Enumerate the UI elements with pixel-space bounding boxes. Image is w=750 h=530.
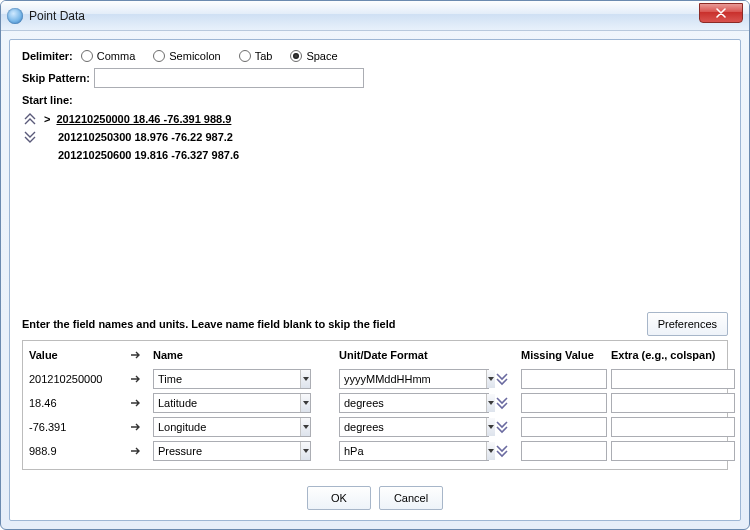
unit-input[interactable] [340,442,486,460]
name-combo[interactable] [153,369,311,389]
sample-line[interactable]: 201210250600 19.816 -76.327 987.6 [58,149,239,161]
chevron-double-up-icon [23,113,37,125]
radio-semicolon[interactable]: Semicolon [153,50,220,62]
radio-label: Comma [97,50,136,62]
name-input[interactable] [154,442,300,460]
arrow-right-icon [129,444,143,458]
unit-combo[interactable] [339,393,489,413]
instruction-row: Enter the field names and units. Leave n… [22,312,728,336]
radio-dot-icon [81,50,93,62]
value-cell: 201210250000 [29,373,125,385]
apply-down-button[interactable] [493,370,511,388]
chevron-down-icon[interactable] [300,370,310,388]
extra-input[interactable] [611,393,735,413]
dialog-button-bar: OK Cancel [22,486,728,510]
radio-comma[interactable]: Comma [81,50,136,62]
extra-input[interactable] [611,441,735,461]
instruction-text: Enter the field names and units. Leave n… [22,318,395,330]
arrow-right-icon [129,348,143,362]
skip-label: Skip Pattern: [22,72,90,84]
radio-space[interactable]: Space [290,50,337,62]
radio-dot-icon [290,50,302,62]
sample-line[interactable]: 201210250000 18.46 -76.391 988.9 [56,113,231,125]
line-row: > 201210250000 18.46 -76.391 988.9 [22,110,728,128]
value-cell: 988.9 [29,445,125,457]
name-input[interactable] [154,370,300,388]
radio-dot-icon [153,50,165,62]
arrow-right-icon [129,420,143,434]
delimiter-label: Delimiter: [22,50,73,62]
hdr-value: Value [29,349,125,361]
chevron-double-down-icon [23,131,37,143]
name-input[interactable] [154,418,300,436]
chevron-down-icon[interactable] [300,442,310,460]
missing-input[interactable] [521,393,607,413]
name-input[interactable] [154,394,300,412]
chevron-double-down-icon [495,420,509,434]
radio-tab[interactable]: Tab [239,50,273,62]
extra-input[interactable] [611,417,735,437]
fields-table: Value Name Unit/Date Format Missing Valu… [22,340,728,470]
unit-combo[interactable] [339,417,489,437]
window-title: Point Data [29,9,85,23]
missing-input[interactable] [521,441,607,461]
cancel-button[interactable]: Cancel [379,486,443,510]
arrow-right-icon [129,372,143,386]
scroll-down-button[interactable] [22,130,38,144]
name-combo[interactable] [153,417,311,437]
apply-down-button[interactable] [493,418,511,436]
chevron-down-icon[interactable] [300,418,310,436]
table-row: 988.9 [29,439,721,463]
dialog-window: Point Data Delimiter: Comma Semicolon [0,0,750,530]
close-button[interactable] [699,3,743,23]
hdr-missing: Missing Value [521,349,607,361]
chevron-down-icon[interactable] [300,394,310,412]
radio-label: Space [306,50,337,62]
chevron-down-icon[interactable] [486,394,495,412]
chevron-double-down-icon [495,396,509,410]
chevron-down-icon[interactable] [486,442,495,460]
line-row: 201210250600 19.816 -76.327 987.6 [22,146,728,164]
chevron-double-down-icon [495,372,509,386]
scroll-up-button[interactable] [22,112,38,126]
chevron-down-icon[interactable] [486,418,495,436]
ok-button[interactable]: OK [307,486,371,510]
startline-label: Start line: [22,94,73,106]
dialog-content: Delimiter: Comma Semicolon Tab [9,39,741,521]
unit-combo[interactable] [339,441,489,461]
sample-line[interactable]: 201210250300 18.976 -76.22 987.2 [58,131,233,143]
missing-input[interactable] [521,369,607,389]
radio-dot-icon [239,50,251,62]
table-row: -76.391 [29,415,721,439]
name-combo[interactable] [153,441,311,461]
arrow-right-icon [129,396,143,410]
table-row: 18.46 [29,391,721,415]
chevron-down-icon[interactable] [486,370,495,388]
missing-input[interactable] [521,417,607,437]
value-cell: -76.391 [29,421,125,433]
extra-input[interactable] [611,369,735,389]
apply-down-button[interactable] [493,442,511,460]
chevron-double-down-icon [495,444,509,458]
hdr-extra: Extra (e.g., colspan) [611,349,735,361]
radio-label: Semicolon [169,50,220,62]
unit-input[interactable] [340,394,486,412]
delimiter-row: Delimiter: Comma Semicolon Tab [22,50,728,62]
hdr-name: Name [153,349,311,361]
startline-row: Start line: [22,94,728,106]
unit-input[interactable] [340,418,486,436]
table-row: 201210250000 [29,367,721,391]
value-cell: 18.46 [29,397,125,409]
apply-down-button[interactable] [493,394,511,412]
unit-combo[interactable] [339,369,489,389]
close-icon [716,8,726,18]
table-header-row: Value Name Unit/Date Format Missing Valu… [29,345,721,365]
skip-pattern-input[interactable] [94,68,364,88]
hdr-unit: Unit/Date Format [339,349,489,361]
delimiter-radio-group: Comma Semicolon Tab Space [81,50,338,62]
preferences-button[interactable]: Preferences [647,312,728,336]
titlebar: Point Data [1,1,749,31]
name-combo[interactable] [153,393,311,413]
skip-row: Skip Pattern: [22,68,728,88]
unit-input[interactable] [340,370,486,388]
